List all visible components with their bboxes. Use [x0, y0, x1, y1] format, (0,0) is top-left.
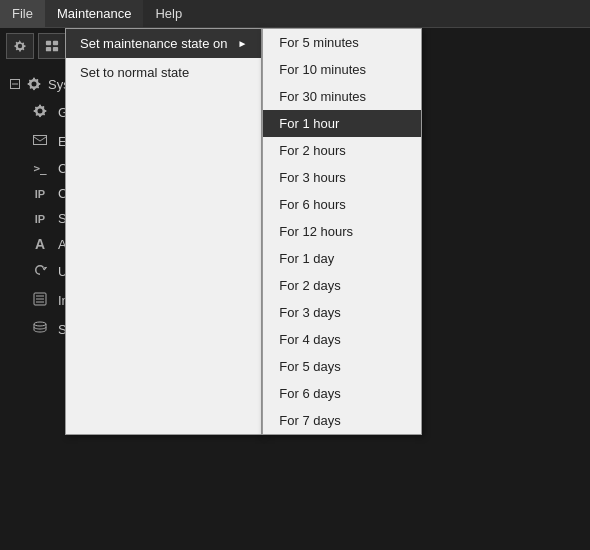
secondary-item-2days[interactable]: For 2 days — [263, 272, 421, 299]
secondary-item-1hour[interactable]: For 1 hour — [263, 110, 421, 137]
collapse-icon[interactable] — [10, 79, 20, 89]
secondary-item-5days[interactable]: For 5 days — [263, 353, 421, 380]
menu-help[interactable]: Help — [143, 0, 194, 27]
svg-rect-1 — [53, 41, 58, 45]
secondary-item-6hours[interactable]: For 6 hours — [263, 191, 421, 218]
secondary-item-4days[interactable]: For 4 days — [263, 326, 421, 353]
svg-rect-0 — [46, 41, 51, 45]
ip-icon: IP — [30, 188, 50, 200]
ip-icon-2: IP — [30, 213, 50, 225]
svg-point-11 — [34, 322, 46, 326]
database-icon — [30, 320, 50, 339]
list-icon — [30, 291, 50, 310]
view-button[interactable] — [38, 33, 66, 59]
gear-icon — [30, 103, 50, 122]
secondary-item-10min[interactable]: For 10 minutes — [263, 56, 421, 83]
secondary-item-7days[interactable]: For 7 days — [263, 407, 421, 434]
settings-button[interactable] — [6, 33, 34, 59]
secondary-item-1day[interactable]: For 1 day — [263, 245, 421, 272]
system-settings-icon — [26, 76, 42, 92]
svg-rect-2 — [46, 47, 51, 51]
primary-dropdown: Set maintenance state on ► Set to normal… — [65, 28, 262, 435]
refresh-icon — [30, 262, 50, 281]
menu-file[interactable]: File — [0, 0, 45, 27]
set-maintenance-label: Set maintenance state on — [80, 36, 227, 51]
menu-maintenance[interactable]: Maintenance — [45, 0, 143, 27]
secondary-item-2hours[interactable]: For 2 hours — [263, 137, 421, 164]
axis-icon: A — [30, 236, 50, 252]
secondary-item-30min[interactable]: For 30 minutes — [263, 83, 421, 110]
secondary-item-5min[interactable]: For 5 minutes — [263, 29, 421, 56]
secondary-item-3hours[interactable]: For 3 hours — [263, 164, 421, 191]
secondary-dropdown: For 5 minutesFor 10 minutesFor 30 minute… — [262, 28, 422, 435]
menu-bar: File Maintenance Help — [0, 0, 590, 28]
mail-icon — [30, 132, 50, 151]
set-normal-item[interactable]: Set to normal state — [66, 58, 261, 87]
dropdown-container: Set maintenance state on ► Set to normal… — [65, 28, 422, 435]
set-normal-label: Set to normal state — [80, 65, 189, 80]
submenu-arrow: ► — [237, 38, 247, 49]
secondary-item-12hours[interactable]: For 12 hours — [263, 218, 421, 245]
set-maintenance-item[interactable]: Set maintenance state on ► — [66, 29, 261, 58]
secondary-item-6days[interactable]: For 6 days — [263, 380, 421, 407]
terminal-icon: >_ — [30, 162, 50, 175]
secondary-item-3days[interactable]: For 3 days — [263, 299, 421, 326]
svg-rect-3 — [53, 47, 58, 51]
